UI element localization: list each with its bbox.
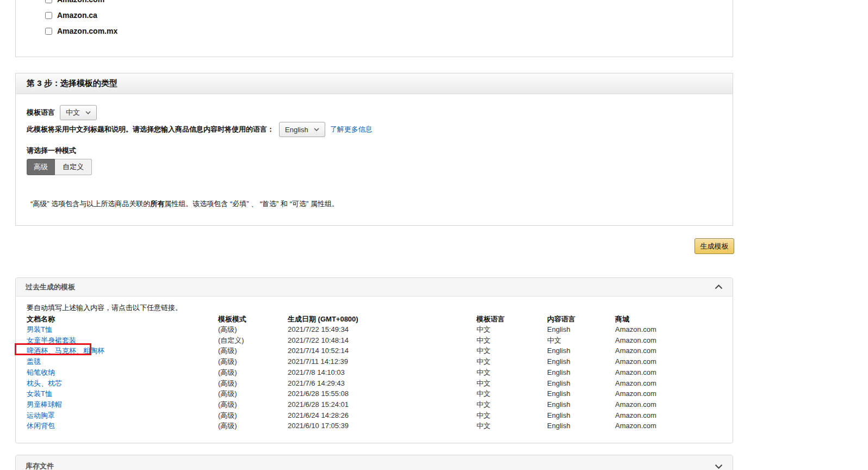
cell-content_lang: English bbox=[547, 367, 615, 378]
cell-content_lang: English bbox=[547, 420, 615, 431]
column-header: 文档名称 bbox=[27, 314, 218, 324]
template-link[interactable]: 铅笔收纳 bbox=[27, 368, 55, 376]
template-language-select[interactable]: 中文 bbox=[60, 105, 97, 120]
mode-note: “高级” 选项包含与以上所选商品关联的所有属性组。该选项包含 “必填” 、 “首… bbox=[27, 199, 370, 209]
cell-template_lang: 中文 bbox=[476, 378, 547, 389]
content-language-row: 此模板将采用中文列标题和说明。请选择您输入商品信息内容时将使用的语言： Engl… bbox=[27, 122, 722, 137]
cell-content_lang: English bbox=[547, 324, 615, 335]
step3-header: 第 3 步：选择模板的类型 bbox=[16, 73, 733, 94]
cell-name: 男童棒球帽 bbox=[27, 399, 218, 410]
cell-name: 啤酒杯、马克杯、粗陶杯 bbox=[27, 345, 218, 356]
history-title: 过去生成的模板 bbox=[26, 282, 75, 292]
marketplace-label: Amazon.com bbox=[57, 0, 104, 4]
cell-template_lang: 中文 bbox=[476, 388, 547, 399]
cell-name: 男装T恤 bbox=[27, 324, 218, 335]
template-link[interactable]: 盖毯 bbox=[27, 357, 41, 366]
cell-date: 2021/6/10 17:05:39 bbox=[288, 420, 476, 431]
inventory-collapse-header[interactable]: 库存文件 bbox=[16, 455, 733, 470]
cell-mode: (高级) bbox=[218, 410, 288, 421]
cell-mode: (高级) bbox=[218, 367, 288, 378]
template-language-value: 中文 bbox=[66, 108, 80, 118]
cell-marketplace: Amazon.com bbox=[615, 388, 722, 399]
cell-content_lang: English bbox=[547, 388, 615, 399]
marketplace-checkbox[interactable] bbox=[45, 12, 52, 19]
template-link[interactable]: 男装T恤 bbox=[27, 325, 52, 333]
step3-body: 模板语言 中文 此模板将采用中文列标题和说明。请选择您输入商品信息内容时将使用的… bbox=[16, 94, 733, 220]
chevron-down-icon bbox=[715, 464, 723, 469]
cell-name: 铅笔收纳 bbox=[27, 367, 218, 378]
history-body: 要自动填写上述输入内容，请点击以下任意链接。 文档名称模板模式生成日期 (GMT… bbox=[16, 296, 733, 431]
template-link[interactable]: 男童棒球帽 bbox=[27, 400, 62, 409]
content-language-sentence: 此模板将采用中文列标题和说明。请选择您输入商品信息内容时将使用的语言： bbox=[27, 125, 274, 134]
cell-mode: (高级) bbox=[218, 420, 288, 431]
marketplace-label: Amazon.com.mx bbox=[57, 27, 117, 35]
cell-marketplace: Amazon.com bbox=[615, 324, 722, 335]
cell-template_lang: 中文 bbox=[476, 410, 547, 421]
cell-marketplace: Amazon.com bbox=[615, 420, 722, 431]
cell-mode: (高级) bbox=[218, 356, 288, 367]
cell-content_lang: English bbox=[547, 399, 615, 410]
inventory-panel: 库存文件 bbox=[15, 455, 733, 470]
cell-name: 盖毯 bbox=[27, 356, 218, 367]
cell-marketplace: Amazon.com bbox=[615, 335, 722, 346]
cell-date: 2021/6/28 15:24:01 bbox=[288, 399, 476, 410]
cell-name: 运动胸罩 bbox=[27, 410, 218, 421]
marketplace-row: Amazon.com.mx bbox=[45, 27, 733, 35]
cell-name: 女装T恤 bbox=[27, 388, 218, 399]
cell-name: 枕头、枕芯 bbox=[27, 378, 218, 389]
template-link[interactable]: 休闲背包 bbox=[27, 422, 55, 430]
cell-template_lang: 中文 bbox=[476, 399, 547, 410]
generate-template-button[interactable]: 生成模板 bbox=[695, 238, 734, 254]
table-row: 女装T恤(高级)2021/6/28 15:55:08中文EnglishAmazo… bbox=[27, 388, 722, 399]
marketplace-label: Amazon.ca bbox=[57, 11, 97, 20]
cell-date: 2021/7/8 14:10:03 bbox=[288, 367, 476, 378]
cell-marketplace: Amazon.com bbox=[615, 399, 722, 410]
cell-mode: (高级) bbox=[218, 378, 288, 389]
cell-date: 2021/7/11 14:12:39 bbox=[288, 356, 476, 367]
cell-template_lang: 中文 bbox=[476, 345, 547, 356]
template-link[interactable]: 枕头、枕芯 bbox=[27, 379, 62, 387]
mode-advanced-button[interactable]: 高级 bbox=[27, 159, 55, 175]
history-intro: 要自动填写上述输入内容，请点击以下任意链接。 bbox=[27, 303, 722, 312]
learn-more-link[interactable]: 了解更多信息 bbox=[330, 125, 373, 134]
cell-mode: (高级) bbox=[218, 345, 288, 356]
templates-table-body: 男装T恤(高级)2021/7/22 15:49:34中文EnglishAmazo… bbox=[27, 324, 722, 431]
inventory-title: 库存文件 bbox=[26, 461, 54, 470]
cell-content_lang: English bbox=[547, 410, 615, 421]
marketplace-panel: Amazon.comAmazon.caAmazon.com.mx bbox=[15, 0, 733, 57]
mode-custom-button[interactable]: 自定义 bbox=[55, 159, 92, 175]
table-row: 铅笔收纳(高级)2021/7/8 14:10:03中文EnglishAmazon… bbox=[27, 367, 722, 378]
column-header: 生成日期 (GMT+0800) bbox=[288, 314, 476, 324]
table-row: 盖毯(高级)2021/7/11 14:12:39中文EnglishAmazon.… bbox=[27, 356, 722, 367]
template-link[interactable]: 运动胸罩 bbox=[27, 411, 55, 419]
table-row: 运动胸罩(高级)2021/6/24 14:28:26中文EnglishAmazo… bbox=[27, 410, 722, 421]
cell-template_lang: 中文 bbox=[476, 367, 547, 378]
table-row: 女童半身裙套装(自定义)2021/7/22 10:48:14中文中文Amazon… bbox=[27, 335, 722, 346]
cell-date: 2021/7/6 14:29:43 bbox=[288, 378, 476, 389]
history-collapse-header[interactable]: 过去生成的模板 bbox=[16, 278, 733, 296]
cell-date: 2021/6/24 14:28:26 bbox=[288, 410, 476, 421]
cell-date: 2021/6/28 15:55:08 bbox=[288, 388, 476, 399]
cell-marketplace: Amazon.com bbox=[615, 367, 722, 378]
cell-date: 2021/7/22 15:49:34 bbox=[288, 324, 476, 335]
page-title: 第 3 步：选择模板的类型 bbox=[27, 78, 117, 89]
table-row: 男装T恤(高级)2021/7/22 15:49:34中文EnglishAmazo… bbox=[27, 324, 722, 335]
cell-marketplace: Amazon.com bbox=[615, 410, 722, 421]
step3-panel: 第 3 步：选择模板的类型 模板语言 中文 此模板将采用中文列标题和说明。请选择… bbox=[15, 73, 733, 226]
cell-content_lang: English bbox=[547, 356, 615, 367]
mode-label: 请选择一种模式 bbox=[27, 146, 722, 156]
template-link[interactable]: 女童半身裙套装 bbox=[27, 336, 76, 344]
table-row: 枕头、枕芯(高级)2021/7/6 14:29:43中文EnglishAmazo… bbox=[27, 378, 722, 389]
cell-content_lang: English bbox=[547, 378, 615, 389]
template-link[interactable]: 啤酒杯、马克杯、粗陶杯 bbox=[27, 347, 104, 355]
template-link[interactable]: 女装T恤 bbox=[27, 389, 52, 398]
chevron-down-icon bbox=[85, 111, 91, 114]
cell-name: 女童半身裙套装 bbox=[27, 335, 218, 346]
marketplace-checkbox[interactable] bbox=[45, 0, 52, 3]
marketplace-checkbox[interactable] bbox=[45, 28, 52, 35]
cell-content_lang: English bbox=[547, 345, 615, 356]
template-language-label: 模板语言 bbox=[27, 108, 55, 118]
content-language-select[interactable]: English bbox=[279, 122, 325, 137]
cell-date: 2021/7/22 10:48:14 bbox=[288, 335, 476, 346]
cell-template_lang: 中文 bbox=[476, 420, 547, 431]
